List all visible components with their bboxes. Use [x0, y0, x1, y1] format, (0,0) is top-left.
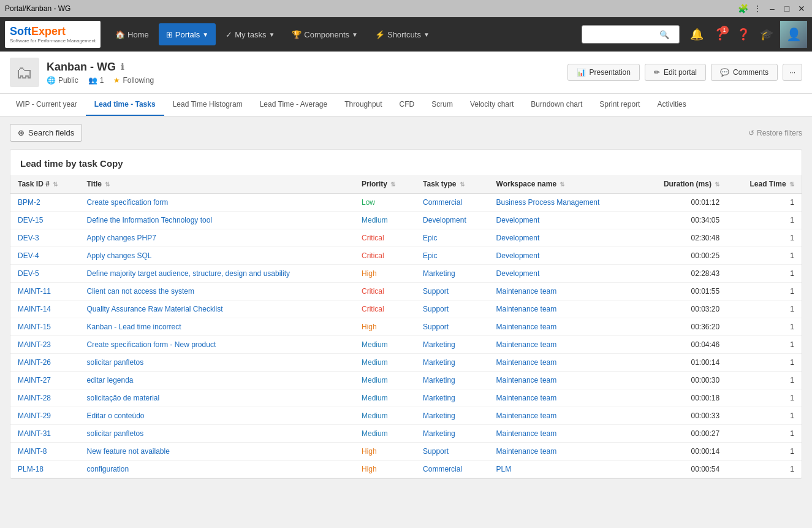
col-workspace[interactable]: Workspace name ⇅: [489, 175, 638, 194]
col-title[interactable]: Title ⇅: [79, 175, 354, 194]
task-type-link[interactable]: Marketing: [423, 411, 455, 420]
title-link[interactable]: New feature not available: [86, 447, 169, 456]
col-task-type[interactable]: Task type ⇅: [415, 175, 488, 194]
workspace-link[interactable]: Maintenance team: [496, 340, 557, 349]
puzzle-icon[interactable]: 🧩: [737, 3, 748, 14]
tab-sprint-report[interactable]: Sprint report: [591, 94, 648, 116]
col-task-id[interactable]: Task ID # ⇅: [10, 175, 79, 194]
task-id-link[interactable]: DEV-3: [18, 234, 39, 242]
workspace-link[interactable]: Maintenance team: [496, 323, 557, 331]
title-link[interactable]: Apply changes PHP7: [86, 234, 156, 242]
title-link[interactable]: solicitar panfletos: [86, 358, 143, 367]
col-lead-time[interactable]: Lead Time ⇅: [727, 175, 802, 194]
col-duration[interactable]: Duration (ms) ⇅: [638, 175, 727, 194]
task-id-link[interactable]: BPM-2: [18, 198, 40, 207]
title-link[interactable]: solicitar panfletos: [86, 429, 143, 438]
title-link[interactable]: Quality Assurance Raw Material Checklist: [86, 305, 222, 313]
restore-filters-button[interactable]: ↺ Restore filters: [748, 129, 802, 137]
nav-search-input[interactable]: [586, 30, 659, 39]
task-id-link[interactable]: MAINT-29: [18, 411, 51, 420]
title-link[interactable]: Kanban - Lead time incorrect: [86, 323, 181, 331]
nav-portals[interactable]: ⊞ Portals ▼: [159, 23, 216, 45]
title-link[interactable]: Define majority target audience, structu…: [86, 269, 290, 278]
workspace-link[interactable]: Maintenance team: [496, 447, 557, 456]
grad-button[interactable]: 🎓: [757, 25, 776, 44]
workspace-link[interactable]: Development: [496, 216, 540, 224]
task-type-link[interactable]: Marketing: [423, 376, 455, 385]
task-type-link[interactable]: Support: [423, 323, 449, 331]
title-link[interactable]: editar legenda: [86, 376, 133, 385]
task-type-link[interactable]: Support: [423, 447, 449, 456]
title-link[interactable]: Editar o conteúdo: [86, 411, 144, 420]
workspace-link[interactable]: Maintenance team: [496, 429, 557, 438]
workspace-link[interactable]: Maintenance team: [496, 394, 557, 402]
nav-shortcuts[interactable]: ⚡ Shortcuts ▼: [368, 23, 437, 45]
tab-activities[interactable]: Activities: [648, 94, 694, 116]
more-vert-icon[interactable]: ⋮: [752, 3, 763, 14]
more-options-button[interactable]: ···: [783, 64, 802, 81]
workspace-link[interactable]: Development: [496, 234, 540, 242]
task-id-link[interactable]: MAINT-28: [18, 394, 51, 402]
workspace-link[interactable]: Maintenance team: [496, 376, 557, 385]
title-link[interactable]: Create specification form: [86, 198, 168, 207]
tab-burndown-chart[interactable]: Burndown chart: [522, 94, 591, 116]
task-id-link[interactable]: DEV-5: [18, 269, 39, 278]
title-link[interactable]: Create specification form - New product: [86, 340, 216, 349]
comments-button[interactable]: 💬 Comments: [711, 64, 778, 81]
task-id-link[interactable]: MAINT-31: [18, 429, 51, 438]
title-link[interactable]: configuration: [86, 465, 129, 473]
nav-home[interactable]: 🏠 Home: [108, 23, 156, 45]
tab-lead-time-histogram[interactable]: Lead Time Histogram: [164, 94, 251, 116]
nav-my-tasks[interactable]: ✓ My tasks ▼: [218, 23, 282, 45]
task-id-link[interactable]: MAINT-26: [18, 358, 51, 367]
nav-components[interactable]: 🏆 Components ▼: [284, 23, 365, 45]
task-id-link[interactable]: MAINT-8: [18, 447, 47, 456]
search-fields-button[interactable]: ⊕ Search fields: [10, 124, 82, 142]
task-type-link[interactable]: Development: [423, 216, 466, 224]
alert-button[interactable]: ❓ 1: [710, 25, 730, 44]
task-id-link[interactable]: DEV-15: [18, 216, 43, 224]
presentation-button[interactable]: 📊 Presentation: [567, 64, 640, 81]
workspace-link[interactable]: Maintenance team: [496, 305, 557, 313]
task-type-link[interactable]: Commercial: [423, 465, 462, 473]
title-link[interactable]: Apply changes SQL: [86, 251, 151, 260]
task-type-link[interactable]: Support: [423, 305, 449, 313]
restore-button[interactable]: □: [781, 3, 792, 14]
task-id-link[interactable]: MAINT-23: [18, 340, 51, 349]
info-icon[interactable]: ℹ: [121, 62, 124, 72]
notification-bell-button[interactable]: 🔔: [687, 25, 707, 44]
task-type-link[interactable]: Marketing: [423, 340, 455, 349]
task-type-link[interactable]: Epic: [423, 251, 437, 260]
task-id-link[interactable]: PLM-18: [18, 465, 44, 473]
task-type-link[interactable]: Marketing: [423, 429, 455, 438]
workspace-link[interactable]: Business Process Management: [496, 198, 600, 207]
help-button[interactable]: ❓: [734, 25, 753, 44]
tab-velocity-chart[interactable]: Velocity chart: [461, 94, 522, 116]
workspace-link[interactable]: PLM: [496, 465, 512, 473]
task-type-link[interactable]: Epic: [423, 234, 437, 242]
task-type-link[interactable]: Marketing: [423, 269, 455, 278]
workspace-link[interactable]: Development: [496, 269, 540, 278]
workspace-link[interactable]: Maintenance team: [496, 287, 557, 296]
title-link[interactable]: Define the Information Technology tool: [86, 216, 212, 224]
avatar[interactable]: 👤: [780, 21, 807, 48]
edit-portal-button[interactable]: ✏ Edit portal: [645, 64, 706, 81]
col-priority[interactable]: Priority ⇅: [354, 175, 415, 194]
minimize-button[interactable]: –: [767, 3, 778, 14]
task-type-link[interactable]: Marketing: [423, 394, 455, 402]
tab-lead-time-tasks[interactable]: Lead time - Tasks: [86, 94, 164, 116]
close-button[interactable]: ✕: [796, 3, 807, 14]
tab-lead-time-average[interactable]: Lead Time - Average: [251, 94, 336, 116]
task-type-link[interactable]: Support: [423, 287, 449, 296]
task-type-link[interactable]: Marketing: [423, 358, 455, 367]
tab-wip[interactable]: WIP - Current year: [7, 94, 86, 116]
task-id-link[interactable]: MAINT-11: [18, 287, 51, 296]
tab-cfd[interactable]: CFD: [391, 94, 423, 116]
task-id-link[interactable]: MAINT-15: [18, 323, 51, 331]
tab-scrum[interactable]: Scrum: [423, 94, 461, 116]
workspace-link[interactable]: Maintenance team: [496, 411, 557, 420]
task-type-link[interactable]: Commercial: [423, 198, 462, 207]
workspace-link[interactable]: Development: [496, 251, 540, 260]
task-id-link[interactable]: MAINT-14: [18, 305, 51, 313]
tab-throughput[interactable]: Throughput: [336, 94, 390, 116]
